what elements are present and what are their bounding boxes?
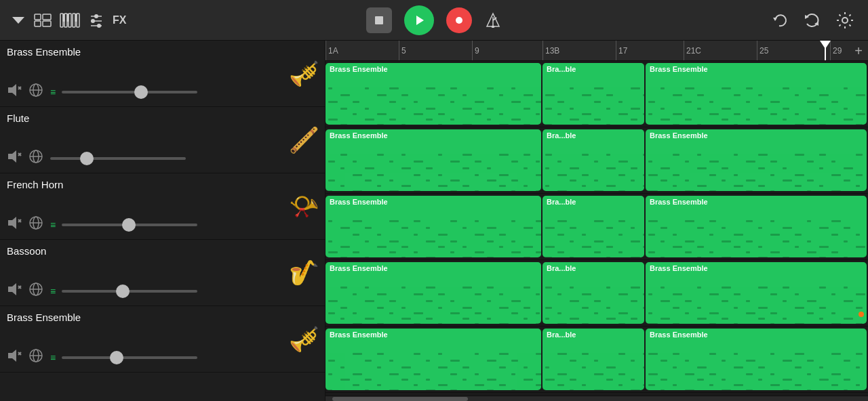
track-grid-row-track-5: Brass Ensemble Bra...ble Brass Ensemble xyxy=(326,326,868,393)
volume-thumb-track-3[interactable] xyxy=(122,218,136,232)
volume-slider-track-2[interactable] xyxy=(50,157,186,160)
track-instrument-icon-track-3: 📯 xyxy=(289,192,319,221)
main-content: Brass Ensemble ≡ 🎺 xyxy=(0,41,868,401)
playhead[interactable] xyxy=(825,41,826,60)
scrollbar[interactable] xyxy=(326,396,868,401)
clip-track-2-2[interactable]: Brass Ensemble xyxy=(646,129,867,191)
clip-label-track-3-1: Bra...ble xyxy=(542,196,644,208)
mute-button-track-5[interactable] xyxy=(7,348,22,366)
volume-thumb-track-5[interactable] xyxy=(110,351,123,364)
track-controls-track-4: ≡ xyxy=(7,282,318,300)
add-track-button[interactable]: + xyxy=(854,43,863,58)
clip-pattern-track-2-2 xyxy=(646,142,867,191)
mute-button-track-3[interactable] xyxy=(7,215,22,234)
track-instrument-icon-track-2: 🪈 xyxy=(289,126,319,154)
clip-label-track-3-2: Brass Ensemble xyxy=(646,196,867,208)
metronome-button[interactable] xyxy=(484,12,502,29)
stop-button[interactable] xyxy=(366,7,392,33)
track-grid-row-track-1: Brass Ensemble Bra...ble Brass Ensemble xyxy=(326,61,868,127)
solo-button-track-5[interactable] xyxy=(28,348,43,366)
loop-button[interactable] xyxy=(803,12,821,29)
volume-slider-track-3[interactable] xyxy=(62,224,197,226)
clip-label-track-4-2: Brass Ensemble xyxy=(646,262,867,274)
clip-track-3-1[interactable]: Bra...ble xyxy=(542,196,644,257)
ruler-marks: 1A5913B1721C2529 xyxy=(326,41,868,60)
clip-track-4-1[interactable]: Bra...ble xyxy=(542,262,644,324)
svg-marker-20 xyxy=(416,16,424,25)
clip-track-1-1[interactable]: Bra...ble xyxy=(542,63,644,125)
track-instrument-icon-track-4: 🎷 xyxy=(289,259,319,287)
clip-pattern-track-5-2 xyxy=(646,341,867,390)
clip-pattern-track-1-2 xyxy=(646,75,867,125)
solo-button-track-2[interactable] xyxy=(28,149,43,167)
track-name-track-5: Brass Ensemble xyxy=(7,312,318,323)
ruler-mark-13B: 13B xyxy=(542,41,559,60)
mute-button-track-4[interactable] xyxy=(7,282,22,300)
tracks-grid: Brass Ensemble Bra...ble Brass Ensemble … xyxy=(326,61,868,396)
clip-pattern-track-5-1 xyxy=(542,341,644,390)
ruler-mark-17: 17 xyxy=(616,41,627,60)
solo-button-track-1[interactable] xyxy=(28,83,43,101)
record-button[interactable] xyxy=(446,7,472,33)
clip-track-3-2[interactable]: Brass Ensemble xyxy=(646,196,867,257)
svg-rect-2 xyxy=(43,14,51,20)
volume-slider-track-4[interactable] xyxy=(62,290,197,293)
svg-rect-4 xyxy=(43,21,51,26)
layout-grid-button[interactable] xyxy=(34,13,52,28)
clip-track-5-2[interactable]: Brass Ensemble xyxy=(646,329,867,390)
clip-label-track-4-1: Bra...ble xyxy=(542,262,644,274)
clip-label-track-1-0: Brass Ensemble xyxy=(326,63,541,75)
clip-track-5-1[interactable]: Bra...ble xyxy=(542,329,644,390)
volume-slider-track-5[interactable] xyxy=(62,356,197,359)
timeline-area: 1A5913B1721C2529 + Brass Ensemble Bra...… xyxy=(326,41,868,401)
clip-track-2-1[interactable]: Bra...ble xyxy=(542,129,644,191)
ruler-mark-1A: 1A xyxy=(326,41,338,60)
clip-label-track-5-2: Brass Ensemble xyxy=(646,329,867,341)
svg-point-21 xyxy=(456,17,462,24)
clip-track-1-2[interactable]: Brass Ensemble xyxy=(646,63,867,125)
clip-track-4-2[interactable]: Brass Ensemble xyxy=(646,262,867,324)
clip-track-2-0[interactable]: Brass Ensemble xyxy=(326,129,541,191)
svg-rect-19 xyxy=(375,16,383,24)
track-grid-row-track-4: Brass Ensemble Bra...ble Brass Ensemble xyxy=(326,260,868,326)
mute-button-track-1[interactable] xyxy=(7,83,22,101)
eq-icon-track-4: ≡ xyxy=(50,286,55,297)
eq-icon-track-1: ≡ xyxy=(50,87,55,98)
mixer-sliders-button[interactable] xyxy=(88,13,104,28)
clip-track-5-0[interactable]: Brass Ensemble xyxy=(326,329,541,390)
toolbar: FX xyxy=(0,0,868,41)
volume-thumb-track-2[interactable] xyxy=(80,152,94,165)
solo-button-track-4[interactable] xyxy=(28,282,43,300)
volume-thumb-track-4[interactable] xyxy=(116,284,130,298)
track-name-track-4: Bassoon xyxy=(7,245,318,257)
timeline-ruler[interactable]: 1A5913B1721C2529 + xyxy=(326,41,868,61)
svg-rect-8 xyxy=(73,14,75,27)
svg-marker-36 xyxy=(8,150,16,163)
clip-label-track-2-2: Brass Ensemble xyxy=(646,129,867,142)
settings-button[interactable] xyxy=(835,11,854,30)
svg-rect-3 xyxy=(35,21,41,26)
fx-button[interactable]: FX xyxy=(113,14,126,26)
undo-button[interactable] xyxy=(770,12,788,29)
clip-track-4-0[interactable]: Brass Ensemble xyxy=(326,262,541,324)
scrollbar-thumb xyxy=(332,397,468,401)
track-grid-row-track-3: Brass Ensemble Bra...ble Brass Ensemble xyxy=(326,194,868,260)
play-button[interactable] xyxy=(404,5,434,35)
svg-rect-9 xyxy=(77,14,79,27)
solo-button-track-3[interactable] xyxy=(28,215,43,234)
track-grid-row-track-2: Brass Ensemble Bra...ble Brass Ensemble xyxy=(326,127,868,194)
clip-label-track-3-0: Brass Ensemble xyxy=(326,196,541,208)
dropdown-button[interactable] xyxy=(11,13,26,28)
svg-rect-12 xyxy=(75,14,77,22)
track-controls-track-3: ≡ xyxy=(7,215,318,234)
clip-track-3-0[interactable]: Brass Ensemble xyxy=(326,196,541,257)
mute-button-track-2[interactable] xyxy=(7,149,22,167)
volume-thumb-track-1[interactable] xyxy=(134,85,148,99)
clip-track-1-0[interactable]: Brass Ensemble xyxy=(326,63,541,125)
clip-label-track-2-1: Bra...ble xyxy=(542,129,644,142)
piano-keys-button[interactable] xyxy=(60,13,80,28)
clip-pattern-track-2-0 xyxy=(326,142,541,191)
volume-slider-track-1[interactable] xyxy=(62,91,197,93)
track-row-track-3: French Horn ≡ 📯 xyxy=(0,173,325,240)
svg-marker-26 xyxy=(773,18,777,21)
